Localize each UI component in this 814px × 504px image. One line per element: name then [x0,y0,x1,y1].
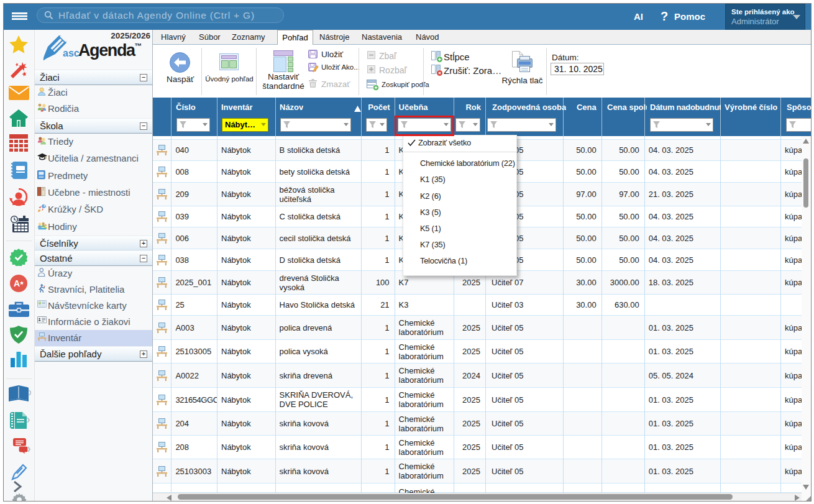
svg-text:A: A [14,278,20,288]
